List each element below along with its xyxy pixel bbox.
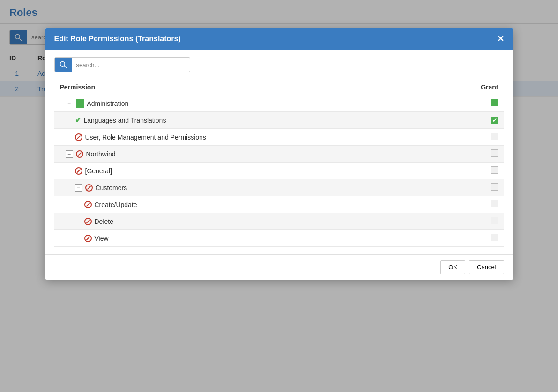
collapse-icon[interactable]: − <box>66 150 73 158</box>
perm-cell: Delete <box>54 213 476 230</box>
perm-row-user-role: User, Role Management and Permissions <box>60 133 470 141</box>
perm-label: Delete <box>95 218 113 225</box>
modal-header: Edit Role Permissions (Translators) ✕ <box>45 28 513 50</box>
collapse-icon[interactable]: − <box>75 184 82 192</box>
grant-cell <box>475 95 504 112</box>
no-icon <box>84 201 92 208</box>
perm-label: Languages and Translations <box>84 117 166 124</box>
perm-label: [General] <box>85 167 112 175</box>
permission-col-header: Permission <box>54 80 476 95</box>
table-row: − Customers <box>54 179 504 196</box>
table-row: [General] <box>54 163 504 179</box>
table-row: − Administration <box>54 95 504 112</box>
grant-cell <box>475 163 504 179</box>
no-icon <box>84 235 92 242</box>
modal-search-icon <box>60 61 67 68</box>
status-icon <box>76 99 84 108</box>
grant-cell <box>475 230 504 247</box>
perm-cell: User, Role Management and Permissions <box>54 129 476 146</box>
grant-checkbox[interactable] <box>491 99 498 106</box>
grant-checkbox[interactable] <box>491 234 498 241</box>
table-row: View <box>54 230 504 247</box>
grant-checkbox[interactable] <box>491 217 498 224</box>
perm-label: Customers <box>96 184 127 192</box>
svg-point-2 <box>60 62 65 67</box>
grant-col-header: Grant <box>475 80 504 95</box>
perm-row-languages: ✔ Languages and Translations <box>60 116 470 125</box>
ok-button[interactable]: OK <box>440 260 465 274</box>
grant-cell <box>475 196 504 213</box>
no-icon <box>84 218 92 225</box>
perm-cell: View <box>54 230 476 247</box>
table-row: Create/Update <box>54 196 504 213</box>
perm-row-northwind: − Northwind <box>60 150 470 158</box>
perm-row-delete: Delete <box>60 218 470 225</box>
collapse-icon[interactable]: − <box>66 100 73 107</box>
perm-cell: ✔ Languages and Translations <box>54 112 476 129</box>
perm-label: Create/Update <box>95 201 137 208</box>
no-icon <box>75 167 82 175</box>
perm-row-administration: − Administration <box>60 99 470 108</box>
permissions-table: Permission Grant − Administration <box>54 80 504 247</box>
perm-label: Northwind <box>86 150 116 158</box>
grant-cell <box>475 179 504 196</box>
check-icon: ✔ <box>75 116 81 125</box>
modal-body: Permission Grant − Administration <box>45 50 513 254</box>
modal-dialog: Edit Role Permissions (Translators) ✕ <box>45 28 513 280</box>
grant-checkbox[interactable] <box>491 133 498 140</box>
grant-checkbox[interactable] <box>491 166 498 174</box>
grant-cell <box>475 129 504 146</box>
perm-cell: [General] <box>54 163 476 179</box>
perm-cell: − Northwind <box>54 146 476 163</box>
grant-checkbox[interactable] <box>491 183 498 191</box>
perm-row-create-update: Create/Update <box>60 201 470 208</box>
page: Roles + New Role ↻ ⊟ ID Role <box>0 0 558 392</box>
grant-checkbox[interactable]: ✔ <box>491 117 498 124</box>
no-icon <box>75 133 82 141</box>
table-row: − Northwind <box>54 146 504 163</box>
table-row: ✔ Languages and Translations ✔ <box>54 112 504 129</box>
perm-cell: − Administration <box>54 95 476 112</box>
perm-label: Administration <box>87 100 129 107</box>
grant-cell <box>475 146 504 163</box>
grant-cell <box>475 213 504 230</box>
perm-row-customers: − Customers <box>60 184 470 192</box>
svg-line-3 <box>64 66 67 68</box>
perm-label: View <box>95 235 109 242</box>
no-icon <box>76 150 83 158</box>
table-row: Delete <box>54 213 504 230</box>
modal-overlay: Edit Role Permissions (Translators) ✕ <box>0 0 558 392</box>
table-row: User, Role Management and Permissions <box>54 129 504 146</box>
perm-label: User, Role Management and Permissions <box>85 133 206 141</box>
perm-row-view: View <box>60 235 470 242</box>
modal-search-box <box>54 57 190 72</box>
no-icon <box>85 184 93 192</box>
perm-row-general: [General] <box>60 167 470 175</box>
grant-checkbox[interactable] <box>491 200 498 207</box>
modal-search-button[interactable] <box>55 58 72 72</box>
grant-cell: ✔ <box>475 112 504 129</box>
perm-cell: − Customers <box>54 179 476 196</box>
cancel-button[interactable]: Cancel <box>469 260 504 274</box>
modal-footer: OK Cancel <box>45 254 513 280</box>
modal-title: Edit Role Permissions (Translators) <box>54 35 181 43</box>
grant-checkbox[interactable] <box>491 149 498 157</box>
modal-close-button[interactable]: ✕ <box>497 35 504 43</box>
perm-cell: Create/Update <box>54 196 476 213</box>
modal-search-input[interactable] <box>72 59 175 71</box>
